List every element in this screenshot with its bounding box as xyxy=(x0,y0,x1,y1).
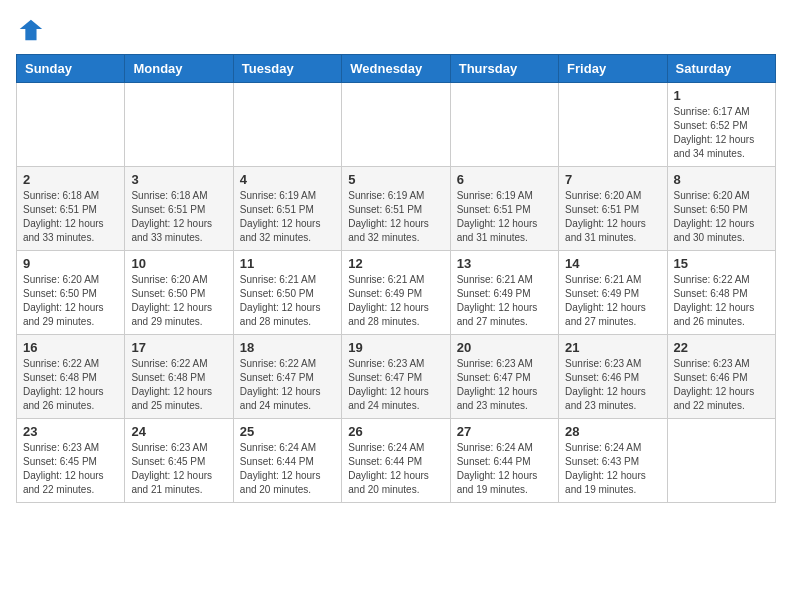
day-info: Sunrise: 6:23 AM Sunset: 6:45 PM Dayligh… xyxy=(23,441,118,497)
logo xyxy=(16,16,48,44)
day-info: Sunrise: 6:23 AM Sunset: 6:46 PM Dayligh… xyxy=(565,357,660,413)
day-info: Sunrise: 6:21 AM Sunset: 6:50 PM Dayligh… xyxy=(240,273,335,329)
calendar-cell: 12Sunrise: 6:21 AM Sunset: 6:49 PM Dayli… xyxy=(342,251,450,335)
calendar-cell xyxy=(667,419,775,503)
calendar-cell xyxy=(559,83,667,167)
day-info: Sunrise: 6:21 AM Sunset: 6:49 PM Dayligh… xyxy=(565,273,660,329)
day-number: 5 xyxy=(348,172,443,187)
calendar-cell: 6Sunrise: 6:19 AM Sunset: 6:51 PM Daylig… xyxy=(450,167,558,251)
page-header xyxy=(16,16,776,44)
calendar-cell: 23Sunrise: 6:23 AM Sunset: 6:45 PM Dayli… xyxy=(17,419,125,503)
calendar-week-row: 2Sunrise: 6:18 AM Sunset: 6:51 PM Daylig… xyxy=(17,167,776,251)
calendar-week-row: 23Sunrise: 6:23 AM Sunset: 6:45 PM Dayli… xyxy=(17,419,776,503)
day-number: 23 xyxy=(23,424,118,439)
day-info: Sunrise: 6:24 AM Sunset: 6:44 PM Dayligh… xyxy=(348,441,443,497)
day-info: Sunrise: 6:21 AM Sunset: 6:49 PM Dayligh… xyxy=(457,273,552,329)
day-number: 25 xyxy=(240,424,335,439)
calendar-header-sunday: Sunday xyxy=(17,55,125,83)
day-number: 13 xyxy=(457,256,552,271)
calendar-cell: 15Sunrise: 6:22 AM Sunset: 6:48 PM Dayli… xyxy=(667,251,775,335)
day-info: Sunrise: 6:22 AM Sunset: 6:47 PM Dayligh… xyxy=(240,357,335,413)
day-info: Sunrise: 6:24 AM Sunset: 6:43 PM Dayligh… xyxy=(565,441,660,497)
day-info: Sunrise: 6:18 AM Sunset: 6:51 PM Dayligh… xyxy=(131,189,226,245)
calendar-cell: 26Sunrise: 6:24 AM Sunset: 6:44 PM Dayli… xyxy=(342,419,450,503)
day-info: Sunrise: 6:23 AM Sunset: 6:45 PM Dayligh… xyxy=(131,441,226,497)
day-info: Sunrise: 6:24 AM Sunset: 6:44 PM Dayligh… xyxy=(240,441,335,497)
day-info: Sunrise: 6:17 AM Sunset: 6:52 PM Dayligh… xyxy=(674,105,769,161)
day-number: 14 xyxy=(565,256,660,271)
day-info: Sunrise: 6:23 AM Sunset: 6:46 PM Dayligh… xyxy=(674,357,769,413)
day-info: Sunrise: 6:22 AM Sunset: 6:48 PM Dayligh… xyxy=(23,357,118,413)
day-number: 4 xyxy=(240,172,335,187)
calendar-cell xyxy=(17,83,125,167)
calendar-cell: 5Sunrise: 6:19 AM Sunset: 6:51 PM Daylig… xyxy=(342,167,450,251)
calendar-cell: 20Sunrise: 6:23 AM Sunset: 6:47 PM Dayli… xyxy=(450,335,558,419)
day-info: Sunrise: 6:23 AM Sunset: 6:47 PM Dayligh… xyxy=(348,357,443,413)
svg-marker-0 xyxy=(20,20,42,41)
day-info: Sunrise: 6:20 AM Sunset: 6:51 PM Dayligh… xyxy=(565,189,660,245)
calendar-cell xyxy=(125,83,233,167)
day-number: 3 xyxy=(131,172,226,187)
calendar-cell: 17Sunrise: 6:22 AM Sunset: 6:48 PM Dayli… xyxy=(125,335,233,419)
day-info: Sunrise: 6:19 AM Sunset: 6:51 PM Dayligh… xyxy=(348,189,443,245)
calendar-cell xyxy=(342,83,450,167)
calendar-header-thursday: Thursday xyxy=(450,55,558,83)
day-number: 20 xyxy=(457,340,552,355)
calendar-cell: 2Sunrise: 6:18 AM Sunset: 6:51 PM Daylig… xyxy=(17,167,125,251)
day-number: 18 xyxy=(240,340,335,355)
calendar-cell: 14Sunrise: 6:21 AM Sunset: 6:49 PM Dayli… xyxy=(559,251,667,335)
calendar-cell: 21Sunrise: 6:23 AM Sunset: 6:46 PM Dayli… xyxy=(559,335,667,419)
calendar-cell: 3Sunrise: 6:18 AM Sunset: 6:51 PM Daylig… xyxy=(125,167,233,251)
calendar-cell: 22Sunrise: 6:23 AM Sunset: 6:46 PM Dayli… xyxy=(667,335,775,419)
calendar-cell: 7Sunrise: 6:20 AM Sunset: 6:51 PM Daylig… xyxy=(559,167,667,251)
calendar-cell: 28Sunrise: 6:24 AM Sunset: 6:43 PM Dayli… xyxy=(559,419,667,503)
calendar-cell: 10Sunrise: 6:20 AM Sunset: 6:50 PM Dayli… xyxy=(125,251,233,335)
day-number: 24 xyxy=(131,424,226,439)
day-number: 26 xyxy=(348,424,443,439)
day-number: 17 xyxy=(131,340,226,355)
calendar-cell: 9Sunrise: 6:20 AM Sunset: 6:50 PM Daylig… xyxy=(17,251,125,335)
day-info: Sunrise: 6:19 AM Sunset: 6:51 PM Dayligh… xyxy=(240,189,335,245)
day-info: Sunrise: 6:24 AM Sunset: 6:44 PM Dayligh… xyxy=(457,441,552,497)
calendar-cell: 13Sunrise: 6:21 AM Sunset: 6:49 PM Dayli… xyxy=(450,251,558,335)
calendar-cell xyxy=(450,83,558,167)
day-number: 28 xyxy=(565,424,660,439)
day-info: Sunrise: 6:20 AM Sunset: 6:50 PM Dayligh… xyxy=(23,273,118,329)
calendar-cell: 8Sunrise: 6:20 AM Sunset: 6:50 PM Daylig… xyxy=(667,167,775,251)
day-info: Sunrise: 6:23 AM Sunset: 6:47 PM Dayligh… xyxy=(457,357,552,413)
calendar-cell: 4Sunrise: 6:19 AM Sunset: 6:51 PM Daylig… xyxy=(233,167,341,251)
calendar-header-row: SundayMondayTuesdayWednesdayThursdayFrid… xyxy=(17,55,776,83)
day-number: 7 xyxy=(565,172,660,187)
day-info: Sunrise: 6:20 AM Sunset: 6:50 PM Dayligh… xyxy=(131,273,226,329)
day-number: 19 xyxy=(348,340,443,355)
day-number: 15 xyxy=(674,256,769,271)
day-number: 2 xyxy=(23,172,118,187)
calendar-cell: 11Sunrise: 6:21 AM Sunset: 6:50 PM Dayli… xyxy=(233,251,341,335)
day-info: Sunrise: 6:19 AM Sunset: 6:51 PM Dayligh… xyxy=(457,189,552,245)
calendar-week-row: 1Sunrise: 6:17 AM Sunset: 6:52 PM Daylig… xyxy=(17,83,776,167)
calendar-cell: 19Sunrise: 6:23 AM Sunset: 6:47 PM Dayli… xyxy=(342,335,450,419)
day-info: Sunrise: 6:22 AM Sunset: 6:48 PM Dayligh… xyxy=(131,357,226,413)
day-number: 21 xyxy=(565,340,660,355)
calendar-cell: 24Sunrise: 6:23 AM Sunset: 6:45 PM Dayli… xyxy=(125,419,233,503)
day-number: 8 xyxy=(674,172,769,187)
calendar-cell: 25Sunrise: 6:24 AM Sunset: 6:44 PM Dayli… xyxy=(233,419,341,503)
calendar-header-tuesday: Tuesday xyxy=(233,55,341,83)
day-number: 6 xyxy=(457,172,552,187)
day-number: 22 xyxy=(674,340,769,355)
calendar-cell: 16Sunrise: 6:22 AM Sunset: 6:48 PM Dayli… xyxy=(17,335,125,419)
calendar-header-wednesday: Wednesday xyxy=(342,55,450,83)
calendar-cell: 18Sunrise: 6:22 AM Sunset: 6:47 PM Dayli… xyxy=(233,335,341,419)
day-number: 12 xyxy=(348,256,443,271)
calendar-header-friday: Friday xyxy=(559,55,667,83)
day-number: 16 xyxy=(23,340,118,355)
day-info: Sunrise: 6:22 AM Sunset: 6:48 PM Dayligh… xyxy=(674,273,769,329)
calendar-cell xyxy=(233,83,341,167)
day-number: 1 xyxy=(674,88,769,103)
day-number: 9 xyxy=(23,256,118,271)
calendar-week-row: 16Sunrise: 6:22 AM Sunset: 6:48 PM Dayli… xyxy=(17,335,776,419)
day-info: Sunrise: 6:21 AM Sunset: 6:49 PM Dayligh… xyxy=(348,273,443,329)
calendar-cell: 1Sunrise: 6:17 AM Sunset: 6:52 PM Daylig… xyxy=(667,83,775,167)
day-number: 10 xyxy=(131,256,226,271)
calendar-cell: 27Sunrise: 6:24 AM Sunset: 6:44 PM Dayli… xyxy=(450,419,558,503)
